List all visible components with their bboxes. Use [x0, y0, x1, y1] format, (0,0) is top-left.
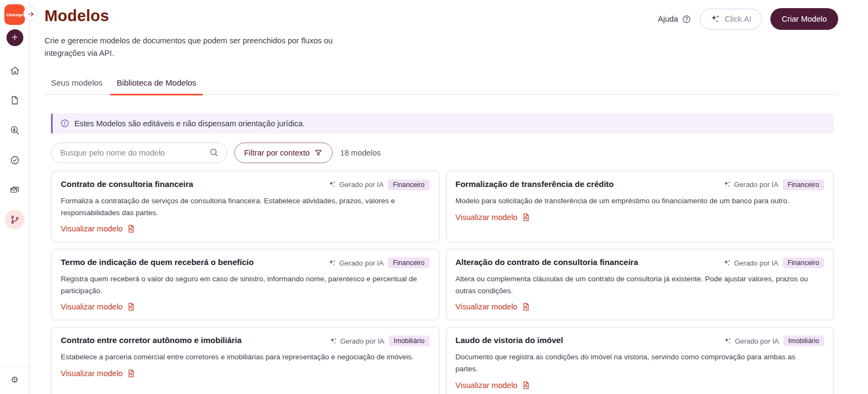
template-card: Alteração do contrato de consultoria fin… [446, 249, 834, 320]
tab-seus-modelos[interactable]: Seus modelos [44, 74, 109, 94]
ai-flag: Gerado por IA [328, 259, 384, 267]
sidebar-item-search-financial[interactable]: $ [5, 120, 24, 140]
view-model-link[interactable]: Visualizar modelo [61, 369, 136, 378]
ai-label: Gerado por IA [735, 337, 779, 345]
card-title: Contrato entre corretor autônomo e imobi… [61, 335, 241, 345]
sidebar-item-documents[interactable] [5, 91, 24, 110]
card-head: Contrato de consultoria financeira Gerad… [61, 179, 430, 190]
question-circle-icon [682, 15, 691, 24]
info-icon [60, 119, 69, 128]
clickai-label: Click.AI [725, 15, 751, 23]
search-icon [209, 147, 219, 158]
svg-text:$: $ [13, 127, 15, 131]
card-meta: Gerado por IA Financeiro [723, 179, 824, 190]
template-card: Formalização de transferência de crédito… [446, 171, 834, 242]
ai-label: Gerado por IA [734, 180, 778, 189]
card-title: Alteração do contrato de consultoria fin… [456, 257, 639, 267]
tab-bar: Seus modelos Biblioteca de Modelos [44, 74, 838, 95]
plus-icon: + [11, 31, 18, 44]
card-meta: Gerado por IA Financeiro [328, 179, 429, 190]
clicksign-logo[interactable]: Clicksign [4, 4, 25, 25]
document-search-icon [127, 369, 136, 378]
sparkle-icon [710, 14, 720, 24]
ai-flag: Gerado por IA [328, 180, 384, 189]
view-model-link[interactable]: Visualizar modelo [61, 302, 136, 311]
help-link[interactable]: Ajuda [658, 15, 691, 24]
info-banner: Estes Modelos são editáveis e não dispen… [51, 113, 834, 134]
sidebar-footer: ⚙ [0, 366, 29, 394]
models-count: 18 modelos [340, 148, 381, 157]
card-head: Contrato entre corretor autônomo e imobi… [61, 335, 430, 346]
ai-label: Gerado por IA [339, 259, 384, 267]
template-card: Contrato entre corretor autônomo e imobi… [51, 327, 439, 394]
sidebar-item-status[interactable] [5, 150, 24, 170]
card-description: Documento que registra as condições do i… [456, 351, 814, 374]
controls-row: Filtrar por contexto 18 modelos [51, 143, 834, 163]
tab-biblioteca-de-modelos[interactable]: Biblioteca de Modelos [110, 74, 203, 94]
category-badge: Financeiro [388, 257, 429, 268]
card-meta: Gerado por IA Imobiliário [724, 335, 824, 346]
subtitle-line-2: integrações via API. [44, 47, 838, 60]
view-model-label: Visualizar modelo [61, 369, 123, 378]
card-head: Formalização de transferência de crédito… [456, 179, 825, 190]
category-badge: Financeiro [783, 257, 824, 268]
page-header: Modelos Ajuda Click.AI Criar Modelo [44, 0, 838, 30]
page-subtitle: Crie e gerencie modelos de documentos qu… [44, 35, 838, 60]
ai-flag: Gerado por IA [723, 180, 778, 189]
card-description: Registra quem receberá o valor do seguro… [61, 273, 419, 296]
card-description: Altera ou complementa cláusulas de um co… [456, 273, 814, 296]
card-meta: Gerado por IA Financeiro [723, 257, 824, 268]
sparkle-icon [723, 180, 731, 189]
card-meta: Gerado por IA Imobiliário [329, 335, 430, 346]
card-head: Termo de indicação de quem receberá o be… [61, 257, 430, 268]
check-circle-icon [10, 155, 20, 165]
document-search-icon [522, 213, 531, 222]
ai-label: Gerado por IA [340, 337, 385, 345]
document-search-icon [522, 302, 531, 311]
ai-flag: Gerado por IA [724, 337, 779, 345]
help-label: Ajuda [658, 15, 678, 23]
clickai-button[interactable]: Click.AI [700, 9, 762, 30]
funnel-icon [314, 148, 323, 157]
card-title: Contrato de consultoria financeira [61, 179, 193, 189]
sidebar-collapse-button[interactable] [23, 7, 38, 21]
category-badge: Financeiro [388, 179, 429, 190]
sparkle-icon [328, 180, 336, 189]
view-model-link[interactable]: Visualizar modelo [61, 224, 136, 233]
sidebar-item-home[interactable] [5, 61, 24, 80]
document-search-icon [127, 224, 136, 233]
ai-label: Gerado por IA [339, 180, 384, 189]
search-wrap [51, 143, 227, 163]
arrow-right-icon [27, 10, 35, 18]
search-input[interactable] [51, 143, 227, 163]
template-card: Contrato de consultoria financeira Gerad… [51, 171, 439, 242]
banner-text: Estes Modelos são editáveis e não dispen… [74, 119, 305, 128]
category-badge: Imobiliário [389, 335, 430, 346]
add-button[interactable]: + [7, 29, 23, 46]
gear-icon[interactable]: ⚙ [11, 376, 18, 384]
view-model-label: Visualizar modelo [456, 381, 518, 390]
sidebar-item-envelopes[interactable] [5, 180, 24, 199]
view-model-label: Visualizar modelo [456, 213, 518, 222]
sparkle-icon [723, 259, 731, 267]
sidebar-item-templates-flows[interactable] [5, 210, 24, 229]
create-model-button[interactable]: Criar Modelo [770, 8, 838, 30]
view-model-link[interactable]: Visualizar modelo [456, 381, 531, 390]
view-model-link[interactable]: Visualizar modelo [456, 302, 531, 311]
view-model-link[interactable]: Visualizar modelo [456, 213, 531, 222]
sparkle-icon [329, 337, 337, 345]
filter-button[interactable]: Filtrar por contexto [234, 143, 333, 163]
page-title: Modelos [44, 7, 109, 25]
document-icon [10, 95, 20, 105]
ai-flag: Gerado por IA [329, 337, 385, 345]
card-description: Modelo para solicitação de transferência… [456, 195, 814, 207]
card-description: Estabelece a parceria comercial entre co… [61, 351, 419, 363]
main-content: Modelos Ajuda Click.AI Criar Modelo Crie… [30, 0, 868, 394]
envelopes-icon [9, 184, 20, 195]
sidebar: Clicksign + $ [0, 0, 30, 394]
ai-flag: Gerado por IA [723, 259, 778, 267]
document-search-icon [127, 302, 136, 311]
card-meta: Gerado por IA Financeiro [328, 257, 429, 268]
card-title: Laudo de vistoria do imóvel [456, 335, 563, 345]
card-head: Laudo de vistoria do imóvel Gerado por I… [456, 335, 825, 346]
